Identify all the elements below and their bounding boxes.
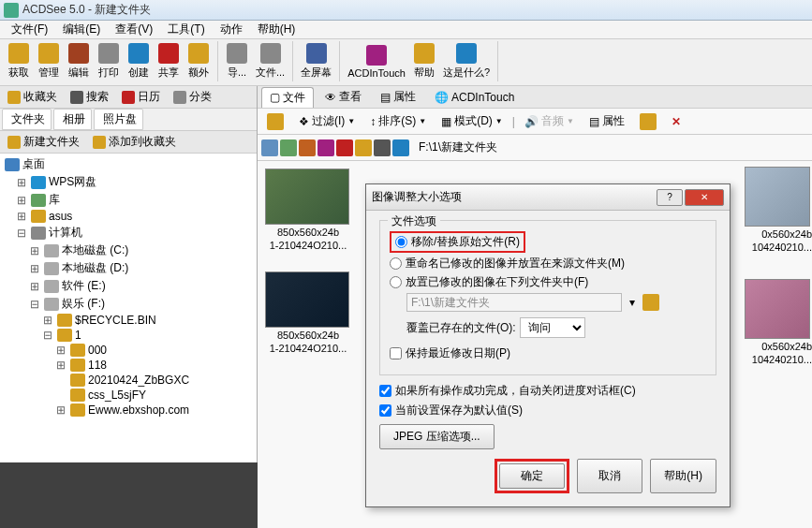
tab-search[interactable]: 搜索 <box>65 87 114 107</box>
radio-replace-label[interactable]: 移除/替换原始文件(R) <box>411 234 520 250</box>
action-add-favorite[interactable]: 添加到收藏夹 <box>87 132 182 152</box>
collapse-icon[interactable]: ⊟ <box>41 329 54 342</box>
tree-folder-000[interactable]: ⊞000 <box>2 343 255 358</box>
expand-icon[interactable]: ⊞ <box>28 244 41 257</box>
tab-files[interactable]: ▢文件 <box>261 87 314 108</box>
tree-drive-f[interactable]: ⊟娱乐 (F:) <box>2 295 255 313</box>
tool-create[interactable]: 创建 <box>124 41 154 81</box>
tree-desktop[interactable]: 桌面 <box>2 155 255 173</box>
overwrite-select[interactable]: 询问 <box>520 317 585 338</box>
autoclose-label[interactable]: 如果所有操作成功完成，自动关闭进度对话框(C) <box>395 383 636 399</box>
tool-edit[interactable]: 编辑 <box>64 41 94 81</box>
nav-icon-2[interactable] <box>280 139 297 156</box>
tree-folder-1[interactable]: ⊟1 <box>2 328 255 343</box>
tool-share[interactable]: 共享 <box>154 41 184 81</box>
jpeg-options-button[interactable]: JPEG 压缩选项... <box>379 424 495 449</box>
cancel-button[interactable]: 取消 <box>577 459 642 493</box>
tree-folder-css[interactable]: css_L5sjFY <box>2 388 255 403</box>
tab-calendar[interactable]: 日历 <box>116 87 166 107</box>
menu-tools[interactable]: 工具(T) <box>160 20 212 39</box>
sort-button[interactable]: ↕ 排序(S) ▼ <box>364 110 432 132</box>
tab-category[interactable]: 分类 <box>168 87 217 107</box>
expand-icon[interactable]: ⊞ <box>15 176 28 189</box>
expand-icon[interactable]: ⊞ <box>54 403 67 417</box>
dropdown-arrow-icon[interactable]: ▾ <box>629 296 635 309</box>
tab-acdintouch[interactable]: 🌐ACDInTouch <box>427 89 522 106</box>
thumbnail-item[interactable]: 0x560x24b 104240210... <box>745 167 812 253</box>
browse-folder-icon[interactable] <box>642 294 659 311</box>
tool-extra[interactable]: 额外 <box>184 41 214 81</box>
menu-edit[interactable]: 编辑(E) <box>55 20 108 39</box>
expand-icon[interactable]: ⊞ <box>15 210 28 223</box>
radio-rename-label[interactable]: 重命名已修改的图像并放置在来源文件夹(M) <box>406 256 625 271</box>
radio-place[interactable] <box>390 276 402 288</box>
props-button[interactable]: ▤ 属性 <box>583 110 630 132</box>
dialog-titlebar[interactable]: 图像调整大小选项 ? ✕ <box>366 184 730 211</box>
radio-replace[interactable] <box>395 236 407 248</box>
tree-library[interactable]: ⊞库 <box>2 191 255 209</box>
expand-icon[interactable]: ⊞ <box>54 344 67 357</box>
nav-icon-1[interactable] <box>261 139 278 156</box>
tab-folders[interactable]: 文件夹 <box>2 109 52 130</box>
tree-drive-d[interactable]: ⊞本地磁盘 (D:) <box>2 259 255 277</box>
tool-nav[interactable]: 导... <box>222 41 252 81</box>
tool-fullscreen[interactable]: 全屏幕 <box>297 41 335 81</box>
collapse-icon[interactable]: ⊟ <box>28 298 41 311</box>
keep-date-checkbox[interactable] <box>390 347 402 359</box>
nav-icon-7[interactable] <box>374 139 391 156</box>
tree-asus[interactable]: ⊞asus <box>2 209 255 224</box>
tree-recycle[interactable]: ⊞$RECYCLE.BIN <box>2 313 255 328</box>
tab-discs[interactable]: 照片盘 <box>94 109 143 130</box>
nav-icon-8[interactable] <box>392 139 409 156</box>
help-button[interactable]: ? <box>657 189 683 206</box>
delete-button[interactable]: ✕ <box>666 112 687 131</box>
autoclose-checkbox[interactable] <box>379 385 391 397</box>
thumbnail-item[interactable]: 850x560x24b 1-210424O210... <box>265 271 351 354</box>
menu-help[interactable]: 帮助(H) <box>250 20 303 39</box>
expand-icon[interactable]: ⊞ <box>15 194 28 207</box>
nav-icon-3[interactable] <box>299 139 316 156</box>
collapse-icon[interactable]: ⊟ <box>15 227 28 240</box>
tree-folder-ewww[interactable]: ⊞Ewww.ebxshop.com <box>2 403 255 418</box>
tool-print[interactable]: 打印 <box>94 41 124 81</box>
audio-button[interactable]: 🔊 音频 ▼ <box>519 110 580 132</box>
nav-icon-4[interactable] <box>317 139 334 156</box>
tab-props[interactable]: ▤属性 <box>373 87 423 107</box>
tool-help[interactable]: 帮助 <box>409 41 439 81</box>
tool-button-1[interactable] <box>634 110 662 133</box>
radio-rename[interactable] <box>390 257 402 270</box>
tree-folder-118[interactable]: ⊞118 <box>2 358 255 373</box>
tool-acdintouch[interactable]: ACDInTouch <box>344 41 409 81</box>
tree-computer[interactable]: ⊟计算机 <box>2 224 255 242</box>
help-button[interactable]: 帮助(H) <box>650 459 716 493</box>
savedefault-checkbox[interactable] <box>379 404 391 417</box>
keep-date-label[interactable]: 保持最近修改日期(P) <box>406 345 510 361</box>
action-new-folder[interactable]: 新建文件夹 <box>2 132 85 152</box>
menu-actions[interactable]: 动作 <box>213 20 250 39</box>
nav-icon-6[interactable] <box>355 139 372 156</box>
filter-button[interactable]: ❖ 过滤(I) ▼ <box>293 110 361 132</box>
ok-button[interactable]: 确定 <box>499 463 565 489</box>
mode-button[interactable]: ▦ 模式(D) ▼ <box>436 110 509 132</box>
tool-acquire[interactable]: 获取 <box>4 41 34 81</box>
expand-icon[interactable]: ⊞ <box>28 262 41 275</box>
radio-place-label[interactable]: 放置已修改的图像在下列文件夹中(F) <box>406 274 588 290</box>
savedefault-label[interactable]: 当前设置保存为默认值(S) <box>395 403 523 418</box>
tool-manage[interactable]: 管理 <box>34 41 64 81</box>
menu-file[interactable]: 文件(F) <box>4 20 55 39</box>
tool-files[interactable]: 文件... <box>252 41 288 81</box>
tab-view[interactable]: 👁查看 <box>317 87 369 107</box>
tree-drive-c[interactable]: ⊞本地磁盘 (C:) <box>2 242 255 259</box>
tree-drive-e[interactable]: ⊞软件 (E:) <box>2 277 255 295</box>
close-button[interactable]: ✕ <box>685 189 724 206</box>
thumbnail-item[interactable]: 0x560x24b 104240210... <box>745 279 812 365</box>
tab-favorites[interactable]: 收藏夹 <box>2 87 63 107</box>
nav-icon-5[interactable] <box>336 139 353 156</box>
thumbnail-item[interactable]: 850x560x24b 1-210424O210... <box>265 169 351 251</box>
tree-wps[interactable]: ⊞WPS网盘 <box>2 173 255 191</box>
tab-albums[interactable]: 相册 <box>53 109 92 130</box>
tree-folder-20210424[interactable]: 20210424_ZbBGXC <box>2 373 255 388</box>
expand-icon[interactable]: ⊞ <box>54 359 67 372</box>
tool-whatis[interactable]: 这是什么? <box>439 41 494 81</box>
menu-view[interactable]: 查看(V) <box>108 20 160 39</box>
